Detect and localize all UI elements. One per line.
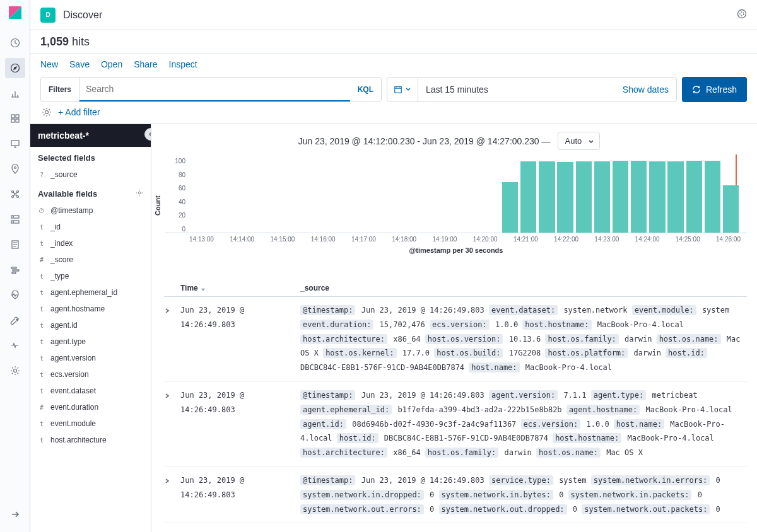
field-type-icon: # <box>38 257 45 263</box>
nav-ml-icon[interactable] <box>5 184 25 204</box>
field-name: event.module <box>50 419 96 428</box>
field-agent.version[interactable]: tagent.version <box>30 350 151 366</box>
bar[interactable] <box>373 158 391 233</box>
add-filter-link[interactable]: + Add filter <box>58 107 100 117</box>
bar[interactable] <box>300 158 317 233</box>
header-help-icon[interactable] <box>737 9 747 21</box>
interval-select[interactable]: Auto <box>558 132 600 150</box>
search-input[interactable] <box>79 78 350 101</box>
index-pattern-select[interactable]: metricbeat-* <box>30 124 151 147</box>
field-event.dataset[interactable]: tevent.dataset <box>30 383 151 399</box>
field-@timestamp[interactable]: ⏱@timestamp <box>30 202 151 219</box>
bar[interactable] <box>208 158 225 233</box>
field-name: event.dataset <box>50 386 96 395</box>
nav-infra-icon[interactable] <box>5 209 25 229</box>
kibana-logo-icon[interactable] <box>8 5 23 20</box>
nav-expand-icon[interactable] <box>5 504 25 524</box>
field-_type[interactable]: t_type <box>30 268 151 284</box>
nav-logs-icon[interactable] <box>5 234 25 255</box>
kql-toggle[interactable]: KQL <box>350 85 381 94</box>
field-_id[interactable]: t_id <box>30 219 151 235</box>
bar[interactable] <box>686 158 704 233</box>
histogram-chart[interactable]: Count 100806040200 14:13:0014:14:0014:15… <box>151 158 747 271</box>
expand-row-icon[interactable] <box>164 473 180 516</box>
bar[interactable] <box>355 158 373 233</box>
col-time-header[interactable]: Time <box>180 284 300 292</box>
bar[interactable] <box>410 158 428 233</box>
menu-save[interactable]: Save <box>69 59 90 69</box>
bar[interactable] <box>557 158 575 233</box>
calendar-icon[interactable] <box>387 78 418 101</box>
field-_index[interactable]: t_index <box>30 235 151 252</box>
nav-canvas-icon[interactable] <box>5 134 25 154</box>
available-fields-title: Available fields <box>30 183 151 202</box>
bar[interactable] <box>189 158 207 233</box>
field-_source[interactable]: ?_source <box>30 166 151 183</box>
bar[interactable] <box>281 158 299 233</box>
bar[interactable] <box>667 158 685 233</box>
field-ecs.version[interactable]: tecs.version <box>30 366 151 383</box>
bar[interactable] <box>428 158 446 233</box>
col-source-header[interactable]: _source <box>300 284 747 292</box>
bar[interactable] <box>447 158 464 233</box>
menu-inspect[interactable]: Inspect <box>169 59 197 69</box>
nav-visualize-icon[interactable] <box>5 83 25 103</box>
field-name: _score <box>50 255 73 264</box>
field-host.architecture[interactable]: thost.architecture <box>30 432 151 448</box>
field-type-icon: ? <box>38 171 45 178</box>
expand-row-icon[interactable] <box>164 303 180 375</box>
bar[interactable] <box>226 158 244 233</box>
svg-point-9 <box>14 167 16 169</box>
bar[interactable] <box>576 158 594 233</box>
menu-open[interactable]: Open <box>101 59 122 69</box>
filter-settings-icon[interactable] <box>42 107 52 117</box>
filters-label[interactable]: Filters <box>41 78 79 101</box>
field-filter-icon[interactable] <box>136 189 143 199</box>
svg-point-18 <box>13 222 13 223</box>
nav-devtools-icon[interactable] <box>5 310 25 330</box>
field-agent.id[interactable]: tagent.id <box>30 317 151 333</box>
field-event.module[interactable]: tevent.module <box>30 415 151 432</box>
nav-discover-icon[interactable] <box>5 58 25 78</box>
field-agent.hostname[interactable]: tagent.hostname <box>30 301 151 317</box>
bar[interactable] <box>631 158 648 233</box>
bar[interactable] <box>263 158 281 233</box>
bar[interactable] <box>392 158 409 233</box>
nav-recent-icon[interactable] <box>5 33 25 53</box>
nav-apm-icon[interactable] <box>5 260 25 280</box>
bar[interactable] <box>336 158 354 233</box>
nav-maps-icon[interactable] <box>5 159 25 179</box>
bar[interactable] <box>613 158 630 233</box>
bar[interactable] <box>705 158 722 233</box>
field-event.duration[interactable]: #event.duration <box>30 399 151 415</box>
bar[interactable] <box>318 158 336 233</box>
results-pane: Jun 23, 2019 @ 14:12:00.230 - Jun 23, 20… <box>151 124 757 532</box>
svg-rect-20 <box>11 267 16 269</box>
bar[interactable] <box>484 158 502 233</box>
field-agent.type[interactable]: tagent.type <box>30 333 151 350</box>
bar[interactable] <box>245 158 262 233</box>
bar[interactable] <box>594 158 612 233</box>
refresh-button[interactable]: Refresh <box>682 77 747 102</box>
nav-uptime-icon[interactable] <box>5 285 25 305</box>
nav-management-icon[interactable] <box>5 361 25 381</box>
x-axis-label: @timestamp per 30 seconds <box>165 246 747 254</box>
date-range-text[interactable]: Last 15 minutes <box>418 84 615 95</box>
menu-new[interactable]: New <box>40 59 58 69</box>
nav-dashboard-icon[interactable] <box>5 108 25 129</box>
field-_score[interactable]: #_score <box>30 252 151 268</box>
expand-row-icon[interactable] <box>164 388 180 460</box>
bar[interactable] <box>649 158 667 233</box>
field-type-icon: t <box>38 338 45 345</box>
field-name: ecs.version <box>50 370 89 379</box>
bar[interactable] <box>723 158 741 233</box>
bar[interactable] <box>520 158 538 233</box>
show-dates-link[interactable]: Show dates <box>615 84 676 95</box>
nav-monitoring-icon[interactable] <box>5 335 25 356</box>
bar[interactable] <box>502 158 520 233</box>
svg-point-24 <box>738 10 746 18</box>
bar[interactable] <box>539 158 556 233</box>
field-agent.ephemeral_id[interactable]: tagent.ephemeral_id <box>30 284 151 301</box>
bar[interactable] <box>466 158 483 233</box>
menu-share[interactable]: Share <box>134 59 157 69</box>
